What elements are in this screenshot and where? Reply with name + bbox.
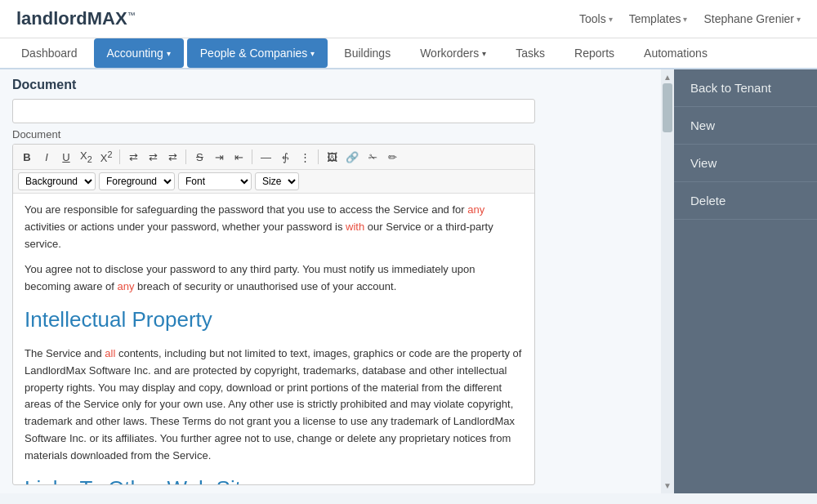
content-area: Document Document B I U X2 X2 ⇄ ⇄ ⇄ S ⇥ … [0, 69, 661, 493]
font-select[interactable]: Font [178, 172, 252, 190]
scroll-down-arrow[interactable]: ▼ [662, 479, 673, 492]
strikethrough-button[interactable]: S [190, 149, 208, 165]
ordered-list-button[interactable]: ⨗ [276, 149, 294, 165]
editor-para1: You are responsible for safeguarding the… [25, 202, 523, 252]
tools-chevron: ▾ [609, 15, 613, 24]
templates-label: Templates [629, 12, 681, 25]
section2-heading: Links To Other Web Sites [25, 472, 523, 484]
logo-regular: landlord [16, 8, 87, 29]
size-select[interactable]: Size [255, 172, 299, 190]
sidebar-delete[interactable]: Delete [674, 182, 817, 220]
people-chevron: ▾ [310, 49, 315, 58]
nav-dashboard[interactable]: Dashboard [8, 38, 91, 68]
templates-link[interactable]: Templates ▾ [629, 12, 688, 25]
highlight-with: with [346, 221, 364, 233]
header-right: Tools ▾ Templates ▾ Stephane Grenier ▾ [579, 12, 801, 25]
right-sidebar: Back to Tenant New View Delete [674, 69, 817, 493]
align-left-button[interactable]: ⇄ [124, 149, 142, 165]
section1-body: The Service and all contents, including … [25, 346, 523, 465]
hr-button[interactable]: — [257, 149, 275, 165]
sidebar-back-to-tenant[interactable]: Back to Tenant [674, 69, 817, 107]
workorders-chevron: ▾ [482, 49, 486, 58]
scrollbar[interactable]: ▲ ▼ [661, 69, 674, 493]
user-label: Stephane Grenier [703, 12, 794, 25]
highlight-any: any [467, 203, 484, 216]
align-right-button[interactable]: ⇄ [163, 149, 181, 165]
logo: landlordMAX™ [16, 8, 136, 29]
logo-sup: ™ [127, 11, 136, 20]
main-nav: Dashboard Accounting ▾ People & Companie… [0, 38, 817, 69]
accounting-chevron: ▾ [167, 49, 171, 58]
align-center-button[interactable]: ⇄ [144, 149, 162, 165]
nav-accounting[interactable]: Accounting ▾ [94, 38, 184, 68]
italic-button[interactable]: I [38, 149, 56, 165]
toolbar-divider3 [252, 149, 252, 164]
toolbar-row2: Background Foreground Font Size [13, 170, 534, 194]
editor-container: B I U X2 X2 ⇄ ⇄ ⇄ S ⇥ ⇤ — ⨗ ⋮ 🖼 🔗 [12, 144, 535, 485]
sidebar-view[interactable]: View [674, 145, 817, 182]
header: landlordMAX™ Tools ▾ Templates ▾ Stephan… [0, 0, 817, 38]
superscript-button[interactable]: X2 [97, 148, 116, 166]
nav-workorders[interactable]: Workorders ▾ [407, 38, 499, 68]
image-button[interactable]: 🖼 [323, 149, 341, 165]
nav-tasks[interactable]: Tasks [502, 38, 558, 68]
user-link[interactable]: Stephane Grenier ▾ [703, 12, 801, 25]
outdent-button[interactable]: ⇤ [230, 149, 248, 165]
nav-buildings[interactable]: Buildings [331, 38, 404, 68]
section1-heading: Intellectual Property [25, 303, 523, 337]
underline-button[interactable]: U [57, 149, 75, 165]
toolbar-divider4 [318, 149, 319, 164]
main-layout: Document Document B I U X2 X2 ⇄ ⇄ ⇄ S ⇥ … [0, 69, 817, 493]
toolbar-divider2 [185, 149, 186, 164]
scroll-thumb-container [661, 83, 674, 479]
templates-chevron: ▾ [683, 15, 687, 24]
scroll-up-arrow[interactable]: ▲ [662, 71, 673, 83]
document-label: Document [12, 78, 649, 92]
tools-link[interactable]: Tools ▾ [579, 12, 613, 25]
document-sublabel: Document [12, 128, 649, 140]
tools-label: Tools [579, 12, 606, 25]
link-button[interactable]: 🔗 [342, 149, 362, 165]
bold-button[interactable]: B [18, 149, 36, 165]
editor-para2: You agree not to disclose your password … [25, 261, 523, 296]
subscript-button[interactable]: X2 [77, 148, 96, 166]
highlight-any2: any [117, 280, 134, 292]
scroll-thumb[interactable] [663, 83, 672, 132]
indent-button[interactable]: ⇥ [210, 149, 228, 165]
nav-automations[interactable]: Automations [631, 38, 721, 68]
logo-bold: MAX [87, 8, 127, 29]
unlink-button[interactable]: ✁ [364, 149, 382, 165]
document-title-input[interactable] [12, 99, 535, 123]
toolbar-row1: B I U X2 X2 ⇄ ⇄ ⇄ S ⇥ ⇤ — ⨗ ⋮ 🖼 🔗 [13, 145, 534, 170]
toolbar-divider1 [119, 149, 120, 164]
sidebar-new[interactable]: New [674, 107, 817, 145]
highlight-all: all [105, 347, 115, 359]
background-select[interactable]: Background [18, 172, 96, 190]
user-chevron: ▾ [797, 15, 801, 24]
nav-people[interactable]: People & Companies ▾ [187, 38, 328, 68]
nav-reports[interactable]: Reports [561, 38, 627, 68]
clean-button[interactable]: ✏ [383, 149, 401, 165]
editor-body[interactable]: You are responsible for safeguarding the… [13, 194, 534, 484]
unordered-list-button[interactable]: ⋮ [296, 149, 314, 165]
foreground-select[interactable]: Foreground [99, 172, 175, 190]
